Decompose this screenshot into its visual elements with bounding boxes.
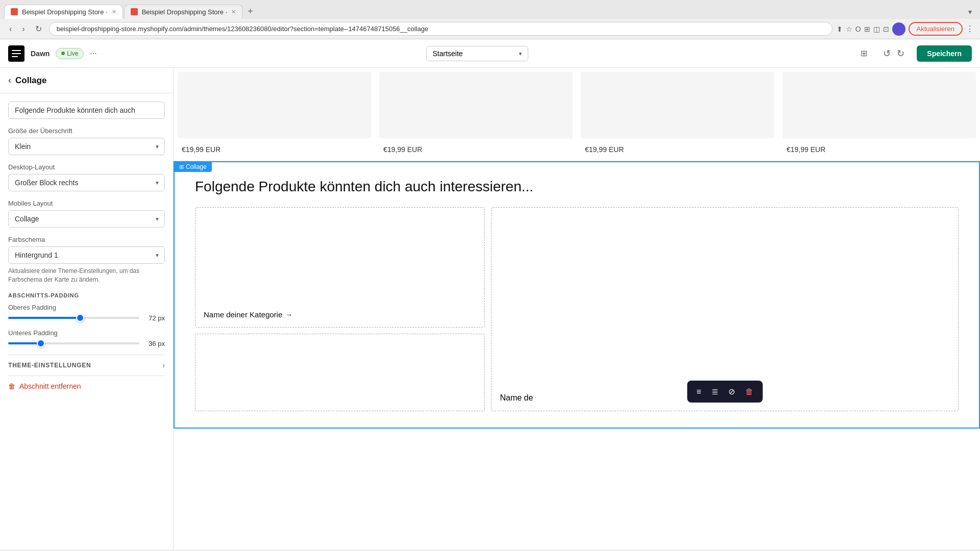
product-price-1: €19,99 EUR — [178, 142, 371, 157]
collage-grid: Name deiner Kategorie → Name de — [195, 207, 959, 411]
toolbar-delete-button[interactable]: 🗑 — [742, 385, 756, 398]
undo-button[interactable]: ↺ — [881, 46, 893, 61]
desktop-layout-select[interactable]: Großer Block rechts Großer Block links A… — [8, 174, 165, 191]
product-image-4 — [782, 72, 976, 138]
tab-1[interactable]: Beispiel Dropshipping Store · ✕ — [4, 5, 123, 19]
product-price-4: €19,99 EUR — [782, 142, 976, 157]
desktop-layout-label: Desktop-Layout — [8, 163, 165, 171]
collage-tag-label: Collage — [186, 163, 207, 170]
trash-icon: 🗑 — [8, 382, 15, 390]
bottom-padding-value: 36 px — [144, 340, 165, 347]
forward-nav-button[interactable]: › — [19, 22, 28, 36]
heading-text-input[interactable] — [8, 102, 165, 119]
view-icons: ⊞ — [857, 45, 871, 62]
reload-button[interactable]: ↻ — [32, 22, 45, 36]
preview-area: €19,99 EUR €19,99 EUR €19,99 EUR €19,99 … — [174, 68, 980, 549]
tab-2[interactable]: Beispiel Dropshipping Store · ✕ — [124, 5, 243, 19]
svg-rect-2 — [12, 56, 18, 57]
live-dot — [61, 52, 65, 55]
sidebar-header: ‹ Collage — [0, 68, 173, 93]
top-padding-control: Oberes Padding 72 px — [8, 304, 165, 322]
collage-tag[interactable]: ⊞ Collage — [174, 162, 212, 172]
collage-block-bottom[interactable] — [195, 334, 485, 411]
tab-dropdown[interactable]: ▾ — [964, 6, 976, 18]
star-icon: ☆ — [846, 25, 852, 33]
live-label: Live — [67, 50, 78, 57]
color-scheme-group: Farbschema Hintergrund 1 Hintergrund 2 I… — [8, 236, 165, 284]
tab-favicon-1 — [11, 8, 18, 15]
tab-close-1[interactable]: ✕ — [112, 9, 116, 15]
toolbar-reorder-button[interactable]: ≡ — [694, 385, 704, 398]
theme-settings-label: THEME-EINSTELLUNGEN — [8, 362, 91, 369]
address-input[interactable] — [49, 22, 832, 36]
collage-block-top[interactable]: Name deiner Kategorie → — [195, 207, 485, 328]
product-image-3 — [581, 72, 774, 138]
browser-chrome: Beispiel Dropshipping Store · ✕ Beispiel… — [0, 0, 980, 39]
editor-back-button[interactable] — [8, 45, 24, 62]
product-card-2: €19,99 EUR — [375, 68, 577, 161]
sidebar-content: Größe der Überschrift Klein Mittel Groß … — [0, 93, 173, 405]
bottom-padding-thumb[interactable] — [37, 339, 45, 347]
color-scheme-hint: Aktualisiere deine Theme-Einstellungen, … — [8, 267, 165, 284]
heading-size-group: Größe der Überschrift Klein Mittel Groß — [8, 127, 165, 155]
top-padding-track — [8, 317, 139, 319]
bottom-padding-fill — [8, 342, 41, 344]
product-image-2 — [379, 72, 573, 138]
theme-settings-row[interactable]: THEME-EINSTELLUNGEN › — [8, 355, 165, 375]
collage-left-column: Name deiner Kategorie → — [195, 207, 485, 411]
page-selector: Startseite — [426, 46, 528, 61]
back-nav-button[interactable]: ‹ — [6, 22, 15, 36]
theme-more-button[interactable]: ··· — [90, 49, 96, 58]
screenshot-icon: ⊡ — [883, 25, 889, 33]
category-name-right: Name de — [500, 393, 533, 403]
heading-size-select[interactable]: Klein Mittel Groß — [8, 138, 165, 155]
toolbar-link-button[interactable]: ⊘ — [725, 385, 738, 398]
color-scheme-select[interactable]: Hintergrund 1 Hintergrund 2 Inverse Akze… — [8, 246, 165, 264]
svg-rect-0 — [12, 50, 21, 51]
mobile-layout-group: Mobiles Layout Collage Spalte — [8, 199, 165, 228]
floating-toolbar: ≡ ≣ ⊘ 🗑 — [688, 381, 763, 403]
page-select-dropdown[interactable]: Startseite — [426, 46, 528, 61]
bottom-padding-track — [8, 342, 139, 344]
shopify-editor: Dawn Live ··· Startseite ⊞ ↺ ↻ Speichern — [0, 39, 980, 549]
padding-section-label: ABSCHNITTS-PADDING — [8, 292, 165, 298]
product-card-3: €19,99 EUR — [577, 68, 778, 161]
live-badge: Live — [56, 48, 84, 59]
bottom-padding-label: Unteres Padding — [8, 329, 165, 337]
delete-section-button[interactable]: 🗑 Abschnitt entfernen — [8, 375, 165, 396]
sidebar: ‹ Collage Größe der Überschrift Klein Mi… — [0, 68, 174, 549]
new-tab-button[interactable]: + — [243, 4, 257, 19]
collage-inner: Folgende Produkte könnten dich auch inte… — [175, 162, 979, 428]
desktop-layout-group: Desktop-Layout Großer Block rechts Große… — [8, 163, 165, 191]
editor-body: ‹ Collage Größe der Überschrift Klein Mi… — [0, 68, 980, 549]
category-label-text: Name deiner Kategorie — [204, 310, 282, 319]
sidebar-back-button[interactable]: ‹ — [8, 75, 11, 86]
save-button[interactable]: Speichern — [917, 45, 972, 62]
tab-close-2[interactable]: ✕ — [231, 9, 236, 15]
heading-input-group — [8, 102, 165, 119]
collage-block-right[interactable]: Name de ≡ ≣ ⊘ 🗑 — [491, 207, 959, 411]
wallet-icon: ◫ — [873, 25, 880, 33]
redo-button[interactable]: ↻ — [895, 46, 906, 61]
svg-rect-1 — [12, 53, 21, 54]
select-tool-button[interactable]: ⊞ — [857, 45, 871, 62]
category-name-top: Name deiner Kategorie → — [204, 310, 476, 319]
top-padding-label: Oberes Padding — [8, 304, 165, 311]
top-padding-thumb[interactable] — [76, 314, 84, 322]
bottom-padding-control: Unteres Padding 36 px — [8, 329, 165, 347]
theme-name-label: Dawn — [31, 49, 50, 58]
mobile-layout-select[interactable]: Collage Spalte — [8, 210, 165, 228]
share-icon: ⬆ — [837, 25, 843, 33]
toolbar-list-button[interactable]: ≣ — [708, 385, 721, 398]
undo-redo-controls: ↺ ↻ — [881, 46, 906, 61]
product-row: €19,99 EUR €19,99 EUR €19,99 EUR €19,99 … — [174, 68, 980, 161]
browser-more-button[interactable]: ⋮ — [966, 24, 974, 34]
product-card-1: €19,99 EUR — [174, 68, 375, 161]
profile-avatar — [892, 22, 905, 36]
delete-section-label: Abschnitt entfernen — [19, 382, 81, 390]
preview-inner: €19,99 EUR €19,99 EUR €19,99 EUR €19,99 … — [174, 68, 980, 549]
collage-section: ⊞ Collage Folgende Produkte könnten dich… — [174, 161, 980, 429]
sidebar-title: Collage — [15, 76, 46, 86]
update-button[interactable]: Aktualisieren — [909, 22, 963, 36]
mobile-layout-label: Mobiles Layout — [8, 199, 165, 207]
